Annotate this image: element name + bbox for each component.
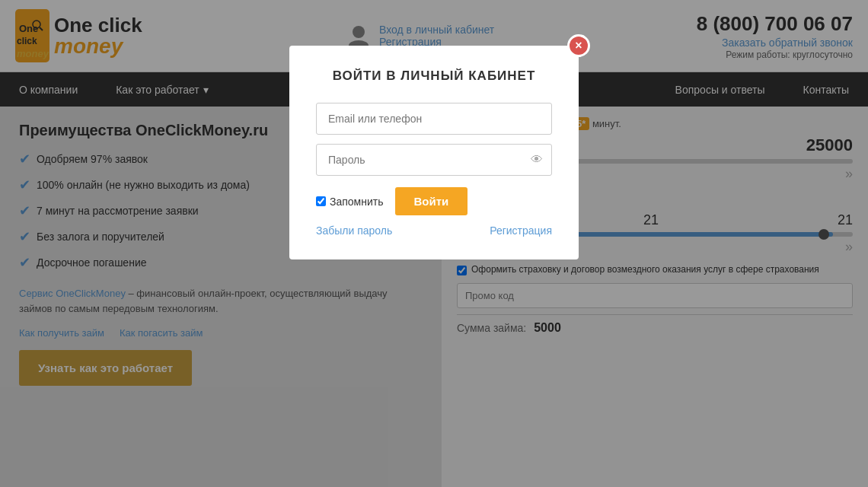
remember-checkbox[interactable]	[316, 196, 326, 206]
login-modal: × ВОЙТИ В ЛИЧНЫЙ КАБИНЕТ 👁 Запомнить Вой…	[289, 46, 579, 259]
login-button[interactable]: Войти	[395, 187, 468, 215]
close-button[interactable]: ×	[567, 34, 590, 57]
modal-register-link[interactable]: Регистрация	[490, 224, 552, 237]
modal-actions: Запомнить Войти	[316, 187, 552, 215]
eye-icon[interactable]: 👁	[531, 153, 543, 167]
modal-title: ВОЙТИ В ЛИЧНЫЙ КАБИНЕТ	[316, 68, 552, 84]
forgot-password-link[interactable]: Забыли пароль	[316, 224, 392, 237]
password-row: 👁	[316, 144, 552, 176]
modal-overlay[interactable]: × ВОЙТИ В ЛИЧНЫЙ КАБИНЕТ 👁 Запомнить Вой…	[0, 0, 868, 487]
password-input[interactable]	[316, 144, 552, 176]
modal-links: Забыли пароль Регистрация	[316, 224, 552, 237]
email-input[interactable]	[316, 103, 552, 135]
remember-label[interactable]: Запомнить	[316, 196, 384, 208]
